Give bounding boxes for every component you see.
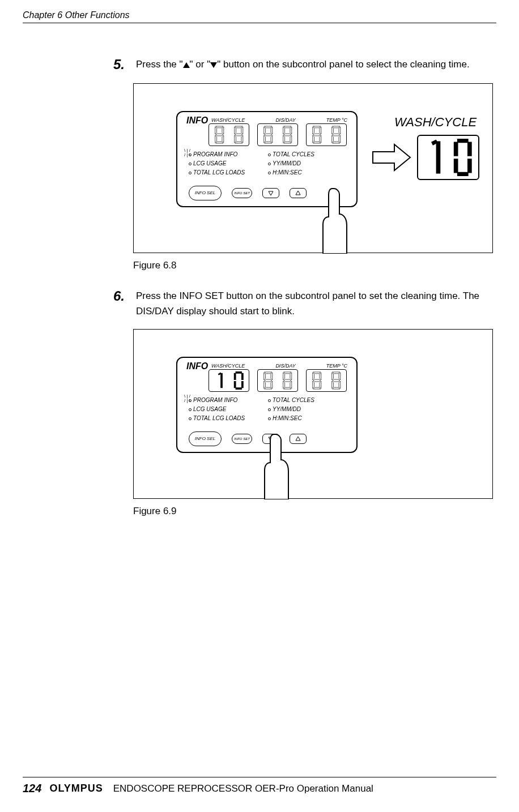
info-sel-button[interactable]: INFO SEL bbox=[189, 431, 222, 446]
figure-6-9-caption: Figure 6.9 bbox=[133, 506, 499, 517]
digits-row bbox=[209, 369, 347, 392]
panel-title: INFO bbox=[186, 361, 208, 371]
digit-header-labels: WASH/CYCLE DIS/DAY TEMP °C bbox=[211, 117, 347, 123]
figure-6-8-caption: Figure 6.8 bbox=[133, 260, 499, 271]
led-icon bbox=[268, 399, 271, 402]
page-footer: 124 OLYMPUS ENDOSCOPE REPROCESSOR OER-Pr… bbox=[23, 777, 496, 795]
page-number: 124 bbox=[23, 782, 41, 795]
arrow-icon bbox=[372, 143, 411, 172]
brand-logo: OLYMPUS bbox=[49, 783, 103, 794]
wash-cycle-display bbox=[209, 369, 249, 392]
callout-title: WASH/CYCLE bbox=[394, 115, 477, 130]
info-set-label: INFO SET bbox=[234, 437, 250, 441]
finger-icon bbox=[261, 431, 292, 499]
down-button[interactable] bbox=[262, 188, 279, 198]
digit-1 bbox=[421, 139, 447, 176]
step-6: 6. Press the INFO SET button on the subc… bbox=[113, 288, 499, 319]
temp-display bbox=[306, 123, 347, 146]
triangle-down-icon bbox=[210, 62, 217, 68]
triangle-up-icon bbox=[183, 62, 190, 68]
dis-day-label: DIS/DAY bbox=[275, 117, 295, 123]
info-sel-label: INFO SEL bbox=[195, 191, 215, 195]
step-text: Press the INFO SET button on the subcont… bbox=[136, 288, 499, 319]
led-icon bbox=[268, 172, 271, 174]
info-set-button[interactable]: INFO SET bbox=[232, 188, 252, 198]
page-content: 5. Press the "" or "" button on the subc… bbox=[113, 57, 499, 534]
digit bbox=[279, 126, 296, 144]
total-lcg-loads-label: TOTAL LCG LOADS bbox=[193, 169, 245, 176]
temp-label: TEMP °C bbox=[326, 363, 347, 369]
digit bbox=[308, 126, 326, 144]
program-info-label: PROGRAM INFO bbox=[193, 397, 237, 403]
step-number: 5. bbox=[113, 57, 130, 73]
info-set-button[interactable]: INFO SET bbox=[232, 434, 252, 444]
text-part-3: " button on the subcontrol panel to sele… bbox=[217, 59, 470, 70]
yy-mm-dd-label: YY/MM/DD bbox=[273, 160, 301, 166]
digit bbox=[260, 126, 277, 144]
status-labels: PROGRAM INFO TOTAL CYCLES LCG USAGE YY/M… bbox=[189, 396, 347, 423]
lcg-usage-label: LCG USAGE bbox=[193, 160, 226, 166]
info-sel-label: INFO SEL bbox=[195, 437, 215, 441]
lcg-usage-label: LCG USAGE bbox=[193, 406, 226, 412]
temp-display bbox=[306, 369, 347, 392]
wash-cycle-value-display bbox=[417, 135, 479, 180]
panel-title: INFO bbox=[186, 116, 208, 126]
digit-0 bbox=[450, 139, 476, 176]
wash-cycle-label: WASH/CYCLE bbox=[211, 363, 245, 369]
digit bbox=[230, 126, 248, 144]
step-text: Press the "" or "" button on the subcont… bbox=[136, 57, 470, 73]
led-icon bbox=[268, 408, 271, 411]
h-min-sec-label: H:MIN:SEC bbox=[273, 415, 302, 421]
led-icon bbox=[268, 417, 271, 420]
status-labels: PROGRAM INFO TOTAL CYCLES LCG USAGE YY/M… bbox=[189, 150, 347, 177]
digit bbox=[211, 126, 228, 144]
led-icon bbox=[268, 163, 271, 165]
temp-label: TEMP °C bbox=[326, 117, 347, 123]
led-icon bbox=[189, 408, 192, 411]
up-button[interactable] bbox=[290, 188, 307, 198]
dis-day-display bbox=[257, 369, 298, 392]
digit-0 bbox=[230, 371, 248, 390]
manual-title: ENDOSCOPE REPROCESSOR OER-Pro Operation … bbox=[113, 783, 373, 794]
wash-cycle-label: WASH/CYCLE bbox=[211, 117, 245, 123]
dis-day-display bbox=[257, 123, 298, 146]
program-info-label: PROGRAM INFO bbox=[193, 151, 237, 157]
info-sel-button[interactable]: INFO SEL bbox=[189, 186, 222, 200]
digits-row bbox=[209, 123, 347, 146]
led-icon bbox=[189, 399, 192, 402]
h-min-sec-label: H:MIN:SEC bbox=[273, 169, 302, 176]
info-set-label: INFO SET bbox=[234, 191, 250, 195]
led-icon bbox=[268, 153, 271, 156]
step-number: 6. bbox=[113, 288, 130, 319]
digit-1 bbox=[211, 371, 228, 390]
led-icon bbox=[189, 153, 192, 156]
step-5: 5. Press the "" or "" button on the subc… bbox=[113, 57, 499, 73]
digit-header-labels: WASH/CYCLE DIS/DAY TEMP °C bbox=[211, 363, 347, 369]
led-icon bbox=[189, 163, 192, 165]
led-icon bbox=[189, 172, 192, 174]
led-icon bbox=[189, 417, 192, 420]
figure-6-8: INFO WASH/CYCLE DIS/DAY TEMP °C bbox=[133, 83, 493, 253]
total-lcg-loads-label: TOTAL LCG LOADS bbox=[193, 415, 245, 421]
total-cycles-label: TOTAL CYCLES bbox=[273, 397, 314, 403]
digit bbox=[327, 371, 345, 390]
text-part-2: " or " bbox=[190, 59, 211, 70]
digit bbox=[308, 371, 326, 390]
wash-cycle-display bbox=[209, 123, 249, 146]
yy-mm-dd-label: YY/MM/DD bbox=[273, 406, 301, 412]
total-cycles-label: TOTAL CYCLES bbox=[273, 151, 314, 157]
text-part-1: Press the " bbox=[136, 59, 183, 70]
digit bbox=[260, 371, 277, 390]
digit bbox=[279, 371, 296, 390]
figure-6-9: INFO WASH/CYCLE DIS/DAY TEMP °C bbox=[133, 329, 493, 499]
dis-day-label: DIS/DAY bbox=[275, 363, 295, 369]
finger-icon bbox=[320, 186, 351, 254]
page-header: Chapter 6 Other Functions bbox=[23, 10, 496, 23]
digit bbox=[327, 126, 345, 144]
